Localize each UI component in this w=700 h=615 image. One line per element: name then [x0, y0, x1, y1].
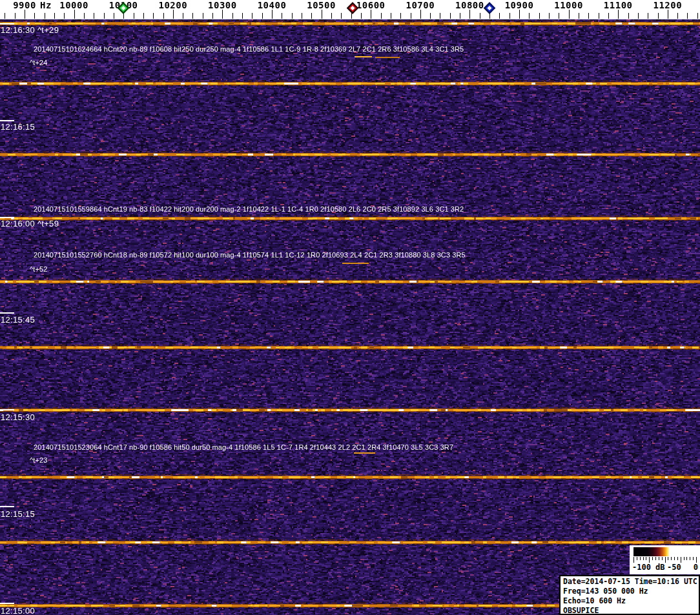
legend-max-label: 0 — [694, 563, 698, 572]
freq-tick — [668, 10, 668, 19]
freq-label-11100: 11100 — [604, 0, 633, 10]
freq-tick — [183, 13, 183, 19]
time-tick-mark — [0, 23, 14, 25]
time-tick-mark — [0, 120, 14, 121]
red-marker-center — [350, 6, 355, 10]
freq-tick — [440, 13, 440, 19]
freq-tick — [45, 13, 45, 19]
freq-tick — [420, 10, 421, 19]
freq-label-10000: 10000 — [59, 0, 88, 10]
detection-annotation: 20140715101624664 hCnt20 nb-89 f10608 hi… — [34, 45, 464, 53]
freq-tick — [232, 13, 233, 19]
freq-tick — [94, 13, 94, 19]
freq-tick — [15, 13, 15, 19]
freq-tick — [292, 13, 293, 19]
freq-tick — [361, 13, 362, 19]
freq-tick — [74, 10, 75, 19]
freq-label-11000: 11000 — [554, 0, 583, 10]
freq-tick — [114, 13, 114, 19]
detection-time-offset: ^t+52 — [30, 265, 47, 273]
freq-tick — [519, 10, 520, 19]
freq-tick — [529, 13, 530, 19]
detection-time-offset: ^t+24 — [30, 59, 47, 66]
time-label: 12:16:00 ^t+59 — [1, 219, 59, 228]
freq-tick — [351, 13, 352, 19]
blue-marker-center — [487, 6, 491, 10]
time-label: 12:16:30 ^t+29 — [1, 25, 59, 35]
freq-tick — [371, 10, 371, 19]
freq-label-10400: 10400 — [258, 0, 287, 10]
freq-tick — [628, 13, 629, 19]
freq-tick — [648, 13, 648, 19]
freq-tick — [203, 13, 203, 19]
freq-tick — [212, 13, 213, 19]
legend-mid-label: -50 — [667, 563, 681, 572]
detection-annotation: 20140715101552760 hCnt18 nb-89 f10572 hi… — [34, 251, 466, 259]
freq-tick — [331, 13, 332, 19]
freq-tick — [539, 13, 540, 19]
freq-tick — [588, 13, 589, 19]
freq-tick — [153, 13, 154, 19]
freq-tick — [687, 13, 688, 19]
freq-tick — [104, 13, 105, 19]
detection-annotation: 20140715101523064 hCnt17 nb-90 f10586 hi… — [34, 443, 453, 451]
freq-tick — [658, 13, 659, 19]
freq-tick — [697, 13, 698, 19]
info-date-line: Date=2014-07-15 Time=10:16 UTC — [563, 577, 699, 587]
station-info-box: Date=2014-07-15 Time=10:16 UTC Freq=143 … — [559, 575, 700, 615]
detection-time-offset: ^t+23 — [30, 456, 47, 464]
freq-label-10600: 10600 — [356, 0, 386, 10]
freq-tick — [579, 13, 579, 19]
freq-tick — [25, 10, 25, 19]
freq-tick — [322, 10, 322, 19]
freq-tick — [34, 13, 35, 19]
freq-tick — [638, 13, 639, 19]
freq-tick — [549, 13, 550, 19]
green-marker-center — [121, 6, 125, 10]
time-tick-mark — [0, 312, 14, 314]
freq-label-9900: 9900 — [13, 0, 36, 10]
freq-tick — [480, 13, 480, 19]
legend-min-label: -100 dB — [632, 563, 665, 572]
frequency-axis: 9900100001010010200103001040010500106001… — [0, 0, 700, 19]
freq-tick — [411, 13, 411, 19]
freq-label-10800: 10800 — [455, 0, 484, 10]
freq-label-10200: 10200 — [158, 0, 187, 10]
time-tick-mark — [0, 409, 14, 410]
info-station-line: OBSUPICE — [563, 606, 699, 615]
freq-tick — [143, 13, 144, 19]
freq-tick — [618, 10, 619, 19]
freq-tick — [430, 13, 431, 19]
freq-label-10700: 10700 — [406, 0, 435, 10]
meteor-spectrogram-window: 9900100001010010200103001040010500106001… — [0, 0, 700, 615]
time-tick-mark — [0, 506, 14, 507]
color-scale-ticks — [633, 557, 697, 563]
freq-tick — [608, 13, 609, 19]
blue-marker-diamond[interactable] — [484, 2, 495, 14]
spectrogram-canvas — [0, 19, 700, 615]
time-tick-mark — [0, 217, 14, 218]
freq-tick — [400, 13, 401, 19]
freq-tick — [302, 13, 302, 19]
freq-tick — [222, 10, 223, 19]
info-freq-line: Freq=143 050 000 Hz — [563, 587, 699, 596]
freq-tick — [450, 13, 451, 19]
freq-label-11200: 11200 — [653, 0, 682, 10]
time-label: 12:15:45 — [1, 315, 35, 325]
freq-label-10300: 10300 — [208, 0, 237, 10]
freq-tick — [242, 13, 243, 19]
freq-tick — [134, 13, 134, 19]
freq-tick — [64, 13, 65, 19]
freq-tick — [163, 13, 164, 19]
freq-tick — [559, 13, 559, 19]
freq-tick — [569, 10, 570, 19]
freq-tick — [252, 13, 252, 19]
freq-tick — [311, 13, 312, 19]
time-label: 12:15:00 — [1, 606, 35, 615]
freq-tick — [599, 13, 599, 19]
freq-tick — [510, 13, 510, 19]
time-label: 12:15:15 — [1, 509, 35, 519]
freq-tick — [173, 10, 174, 19]
freq-tick — [282, 13, 282, 19]
info-echo-line: Echo=10 600 Hz — [563, 596, 699, 606]
